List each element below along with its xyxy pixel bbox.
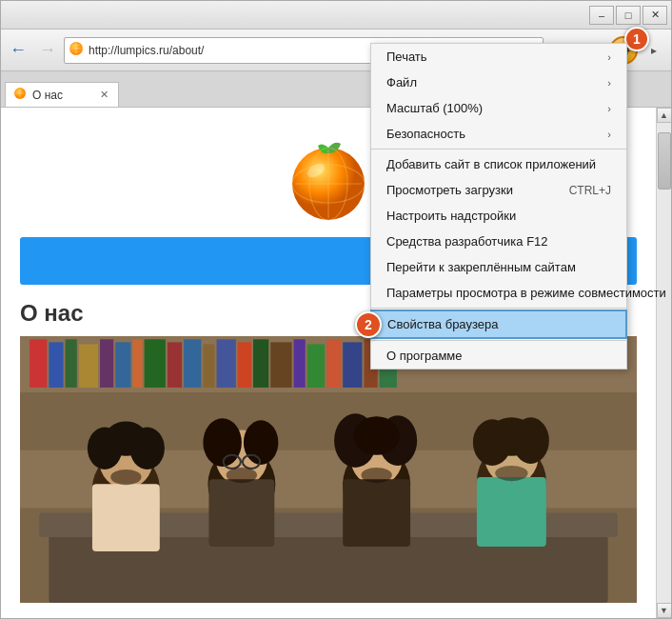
- svg-point-45: [105, 421, 148, 455]
- tab-favicon: [13, 87, 27, 103]
- menu-item-devtools-label: Средства разработчика F12: [386, 234, 548, 249]
- menu-item-file-label: Файл: [386, 75, 417, 90]
- menu-item-add-app[interactable]: Добавить сайт в список приложений: [371, 151, 626, 177]
- browser-window: – □ ✕ ← →: [0, 0, 672, 619]
- svg-rect-21: [100, 339, 113, 388]
- menu-item-addons[interactable]: Настроить надстройки: [371, 203, 626, 229]
- badge-1: 1: [624, 27, 649, 51]
- svg-rect-19: [66, 339, 77, 388]
- menu-item-zoom[interactable]: Масштаб (100%) ›: [371, 95, 626, 121]
- close-button[interactable]: ✕: [642, 6, 667, 25]
- back-button[interactable]: ←: [5, 37, 31, 64]
- svg-rect-35: [343, 342, 362, 388]
- menu-item-downloads-shortcut: CTRL+J: [569, 184, 611, 197]
- dropdown-menu: Печать › Файл › Масштаб (100%) › Безопас…: [370, 43, 627, 369]
- svg-rect-24: [145, 339, 166, 388]
- svg-point-67: [227, 468, 257, 483]
- group-photo: [20, 336, 637, 603]
- svg-rect-56: [343, 479, 410, 547]
- svg-rect-28: [217, 339, 236, 388]
- svg-rect-30: [253, 339, 268, 388]
- scroll-track[interactable]: [657, 123, 672, 603]
- svg-rect-18: [49, 342, 63, 388]
- menu-item-addons-label: Настроить надстройки: [386, 209, 516, 223]
- svg-rect-17: [30, 339, 47, 388]
- svg-rect-31: [270, 342, 291, 388]
- menu-item-pinned[interactable]: Перейти к закреплённым сайтам: [371, 254, 626, 280]
- menu-arrow-print: ›: [607, 51, 611, 63]
- svg-point-49: [203, 418, 242, 467]
- scroll-down-button[interactable]: ▼: [657, 603, 672, 618]
- svg-rect-32: [294, 339, 306, 388]
- active-tab[interactable]: О нас ✕: [5, 82, 119, 107]
- menu-item-about-label: О программе: [386, 349, 463, 363]
- menu-item-compat[interactable]: Параметры просмотра в режиме совместимос…: [371, 280, 626, 306]
- menu-item-downloads[interactable]: Просмотреть загрузки CTRL+J: [371, 177, 626, 203]
- tab-title: О нас: [32, 89, 92, 102]
- svg-rect-33: [307, 344, 325, 388]
- photo-svg: [20, 336, 637, 603]
- svg-point-50: [244, 420, 278, 465]
- svg-rect-23: [132, 339, 142, 388]
- title-bar: – □ ✕: [1, 1, 671, 30]
- svg-rect-48: [208, 479, 274, 547]
- tab-close-button[interactable]: ✕: [98, 87, 110, 103]
- menu-separator-2: [371, 308, 626, 309]
- forward-button[interactable]: →: [34, 37, 61, 64]
- menu-item-file[interactable]: Файл ›: [371, 70, 626, 95]
- scroll-thumb[interactable]: [658, 132, 671, 190]
- title-bar-buttons: – □ ✕: [589, 6, 667, 25]
- menu-arrow-security: ›: [607, 129, 611, 140]
- tabs-container: О нас ✕: [1, 71, 119, 107]
- svg-rect-22: [115, 342, 130, 388]
- svg-rect-27: [203, 344, 214, 388]
- menu-item-add-app-label: Добавить сайт в список приложений: [386, 157, 596, 171]
- menu-item-print[interactable]: Печать ›: [371, 44, 626, 70]
- menu-separator-1: [371, 149, 626, 150]
- svg-rect-29: [238, 342, 251, 388]
- menu-item-zoom-label: Масштаб (100%): [386, 101, 483, 115]
- menu-item-browser-props[interactable]: Свойства браузера 2: [371, 310, 626, 338]
- menu-item-compat-label: Параметры просмотра в режиме совместимос…: [386, 286, 666, 300]
- menu-separator-3: [371, 340, 626, 341]
- svg-rect-34: [326, 339, 341, 388]
- maximize-button[interactable]: □: [616, 6, 641, 25]
- menu-item-browser-props-label: Свойства браузера: [387, 317, 498, 331]
- scrollbar[interactable]: ▲ ▼: [656, 108, 671, 618]
- orange-logo: [286, 136, 371, 222]
- address-favicon: [69, 41, 84, 60]
- svg-point-68: [361, 468, 391, 483]
- menu-item-security[interactable]: Безопасность ›: [371, 121, 626, 147]
- menu-item-about[interactable]: О программе: [371, 343, 626, 369]
- menu-arrow-file: ›: [607, 77, 611, 89]
- svg-rect-25: [168, 342, 182, 388]
- menu-item-pinned-label: Перейти к закреплённым сайтам: [386, 260, 576, 274]
- svg-rect-26: [184, 339, 201, 388]
- svg-rect-62: [477, 477, 546, 547]
- svg-point-59: [353, 416, 400, 455]
- scroll-up-button[interactable]: ▲: [657, 108, 672, 123]
- minimize-button[interactable]: –: [589, 6, 614, 25]
- menu-item-downloads-label: Просмотреть загрузки: [386, 183, 513, 197]
- svg-point-66: [110, 469, 141, 485]
- svg-rect-42: [92, 484, 160, 551]
- svg-point-65: [488, 417, 535, 456]
- menu-item-security-label: Безопасность: [386, 127, 465, 141]
- svg-point-69: [495, 466, 527, 481]
- menu-arrow-zoom: ›: [607, 103, 611, 114]
- badge-2: 2: [355, 311, 382, 338]
- svg-rect-20: [79, 344, 98, 388]
- menu-item-devtools[interactable]: Средства разработчика F12: [371, 229, 626, 254]
- menu-item-print-label: Печать: [386, 50, 427, 64]
